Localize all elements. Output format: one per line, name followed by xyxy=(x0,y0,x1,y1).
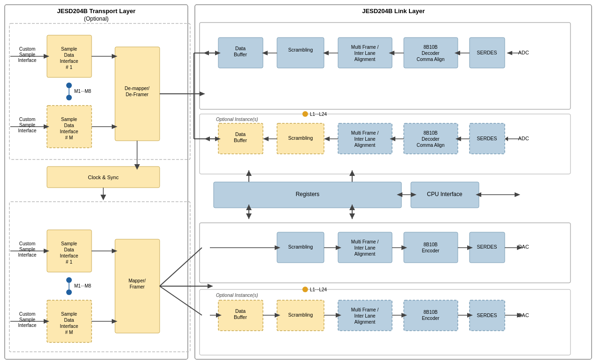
sdi1-bot-label: Sample xyxy=(61,241,77,246)
transport-subtitle: (Optional) xyxy=(84,15,109,22)
svg-text:Encoder: Encoder xyxy=(422,316,439,321)
svg-text:Interface: Interface xyxy=(18,58,37,63)
svg-text:# M: # M xyxy=(65,330,73,335)
transport-top-dashed xyxy=(9,23,190,159)
data-buffer-top2-label: Data xyxy=(235,131,246,137)
multiframe-bot-label: Multi Frame / xyxy=(351,239,379,244)
scrambling-top-block xyxy=(277,38,324,68)
svg-text:Interface: Interface xyxy=(60,324,78,329)
svg-diagram: JESD204B Transport Layer (Optional) JESD… xyxy=(0,0,601,364)
svg-text:Decoder: Decoder xyxy=(422,136,439,142)
svg-text:Interface: Interface xyxy=(18,252,37,258)
svg-text:Interface: Interface xyxy=(60,59,78,64)
transport-title: JESD204B Transport Layer xyxy=(57,8,136,15)
encoder-bot-block xyxy=(404,232,458,263)
m1m8-label-bot: M1···M8 xyxy=(74,283,92,288)
svg-text:Alignment: Alignment xyxy=(354,57,376,62)
data-buffer-bot2-label: Data xyxy=(235,308,246,314)
decoder-top-label: 8B10B xyxy=(424,45,438,50)
arrow-map-link2 xyxy=(160,286,202,315)
csi-label-2: Custom xyxy=(19,117,35,122)
l1l24-dot-top xyxy=(302,111,308,117)
serdes-top-label: SERDES xyxy=(477,50,497,55)
svg-text:Sample: Sample xyxy=(19,317,35,322)
arrow-map-link-h-head xyxy=(208,284,213,288)
svg-text:Decoder: Decoder xyxy=(422,51,439,56)
encoder-bot2-label: 8B10B xyxy=(424,310,438,315)
svg-text:Alignment: Alignment xyxy=(354,251,376,257)
m1m8-label-top: M1···M8 xyxy=(74,89,92,94)
svg-text:Encoder: Encoder xyxy=(422,248,439,253)
svg-text:Buffer: Buffer xyxy=(234,314,247,320)
svg-text:Data: Data xyxy=(64,123,74,128)
diagram: JESD204B Transport Layer (Optional) JESD… xyxy=(0,0,601,364)
svg-text:Alignment: Alignment xyxy=(354,143,376,148)
multiframe-top-label: Multi Frame / xyxy=(351,45,379,50)
multiframe-bot2-label: Multi Frame / xyxy=(351,307,379,312)
scrambling-top-label: Scrambling xyxy=(288,47,313,53)
arrow-mf-scr-top2-head xyxy=(324,136,330,141)
l1l24-dot-bot xyxy=(302,287,308,292)
csi-label-4: Custom xyxy=(19,311,35,317)
scrambling-bot2-label: Scrambling xyxy=(288,312,313,318)
l1l24-label-bot: L1···L24 xyxy=(310,287,327,292)
svg-text:Alignment: Alignment xyxy=(354,319,376,325)
arrow-adc-serdes-top2-head xyxy=(505,136,508,141)
svg-text:Buffer: Buffer xyxy=(234,52,247,57)
svg-text:Sample: Sample xyxy=(19,52,35,57)
sdim-top-label: Sample xyxy=(61,117,77,122)
svg-text:# 1: # 1 xyxy=(66,65,72,70)
svg-text:Comma Align: Comma Align xyxy=(416,143,444,148)
sdi1-top-label: Sample xyxy=(61,46,77,52)
arrow-clock-down-head xyxy=(100,195,106,200)
svg-text:Interface: Interface xyxy=(60,253,78,258)
sdim-bot-label: Sample xyxy=(61,311,77,317)
svg-text:Inter Lane: Inter Lane xyxy=(354,245,375,250)
svg-text:Inter Lane: Inter Lane xyxy=(354,136,375,142)
decoder-top2-label: 8B10B xyxy=(424,130,438,136)
svg-text:Interface: Interface xyxy=(60,129,78,134)
data-buffer-top-label: Data xyxy=(235,46,246,51)
serdes-bot-label: SERDES xyxy=(477,244,497,250)
mapper-label: Mapper/ xyxy=(129,278,146,283)
svg-text:Data: Data xyxy=(64,318,74,323)
adc-top2-label: ADC xyxy=(518,136,529,141)
csi-label-3: Custom xyxy=(19,241,35,246)
arrow-cpu-right-head xyxy=(515,192,520,197)
link-title: JESD204B Link Layer xyxy=(362,8,425,15)
svg-text:Comma Align: Comma Align xyxy=(416,57,444,62)
svg-text:Sample: Sample xyxy=(19,247,35,252)
svg-text:Buffer: Buffer xyxy=(234,137,247,143)
cpu-interface-label: CPU Interface xyxy=(427,191,462,197)
svg-text:# M: # M xyxy=(65,135,73,140)
arrow-scr-db-top2-head xyxy=(263,136,269,141)
svg-text:Framer: Framer xyxy=(130,284,145,289)
scrambling-top2-label: Scrambling xyxy=(288,135,313,141)
svg-text:Data: Data xyxy=(64,53,74,58)
clock-sync-label: Clock & Sync xyxy=(88,174,119,180)
registers-label: Registers xyxy=(296,191,320,197)
encoder-bot-label: 8B10B xyxy=(424,242,438,247)
optional-bot-text: Optional Instance(s) xyxy=(216,293,258,298)
serdes-top2-label: SERDES xyxy=(477,136,497,141)
svg-text:De-Framer: De-Framer xyxy=(126,92,149,97)
svg-text:Interface: Interface xyxy=(18,323,37,328)
transport-bot-dashed xyxy=(9,202,190,352)
svg-text:Interface: Interface xyxy=(18,128,37,133)
arrow-dem-link-head xyxy=(200,91,205,96)
adc-top-label: ADC xyxy=(518,50,529,55)
scrambling-bot-label: Scrambling xyxy=(288,244,313,250)
svg-text:# 1: # 1 xyxy=(66,259,72,265)
serdes-bot2-label: SERDES xyxy=(477,312,497,318)
csi-label-1: Custom xyxy=(19,46,35,52)
svg-text:Data: Data xyxy=(64,247,74,252)
svg-text:Inter Lane: Inter Lane xyxy=(354,313,375,318)
arrow-map-link xyxy=(160,248,202,286)
svg-text:Inter Lane: Inter Lane xyxy=(354,51,375,56)
l1l24-label-top: L1···L24 xyxy=(310,112,327,117)
demapper-label: De-mapper/ xyxy=(125,86,150,91)
optional-top-text: Optional Instance(s) xyxy=(216,117,258,122)
svg-text:Sample: Sample xyxy=(19,122,35,128)
multiframe-top2-label: Multi Frame / xyxy=(351,130,379,136)
